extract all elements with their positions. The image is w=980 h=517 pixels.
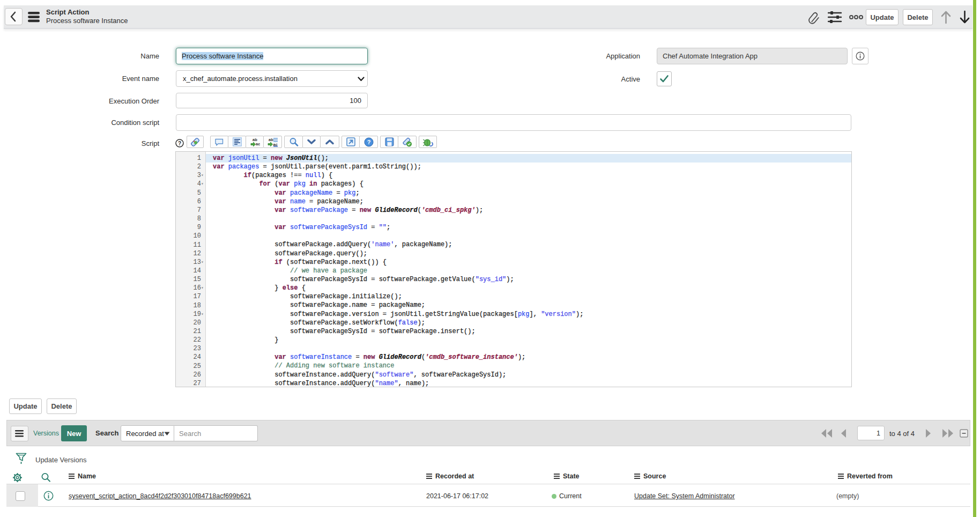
- svg-text:ac: ac: [256, 142, 260, 146]
- svg-text:?: ?: [178, 141, 181, 146]
- svg-text:ac: ac: [273, 142, 278, 147]
- svg-text:?: ?: [367, 139, 370, 145]
- svg-text:ab: ab: [269, 137, 273, 142]
